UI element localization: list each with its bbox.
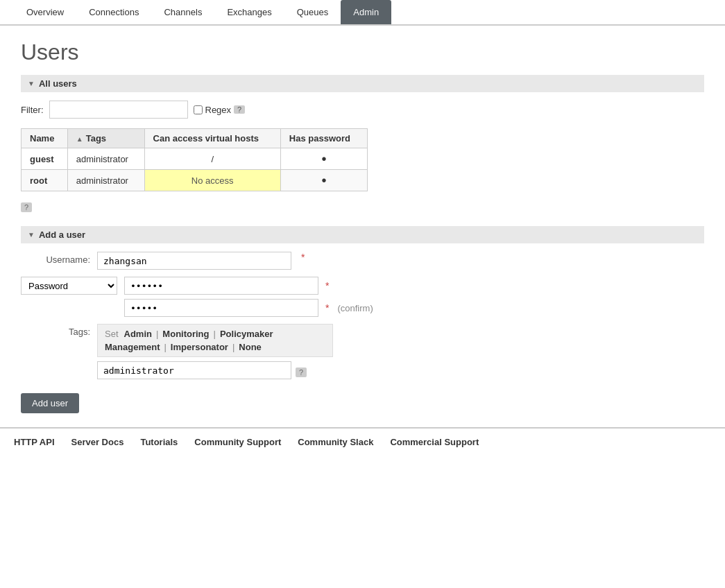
add-user-button[interactable]: Add user — [21, 393, 79, 413]
page-content: Users ▼ All users Filter: Regex ? Name ▲… — [0, 26, 725, 427]
nav-bar: Overview Connections Channels Exchanges … — [0, 0, 725, 26]
password-required-icon: * — [325, 280, 329, 291]
footer-commercial-support[interactable]: Commercial Support — [390, 437, 479, 447]
collapse-arrow-add-icon: ▼ — [28, 231, 35, 239]
username-field-wrapper — [97, 252, 291, 270]
tag-sep-4: | — [232, 342, 234, 352]
user-password-root: • — [280, 170, 367, 191]
tab-overview[interactable]: Overview — [14, 0, 76, 24]
user-vhosts-root[interactable]: No access — [144, 170, 280, 191]
tags-label: Tags: — [21, 324, 90, 337]
tags-row: Tags: Set Admin | Monitoring | Policymak… — [21, 324, 704, 379]
filter-row: Filter: Regex ? — [21, 101, 704, 119]
footer: HTTP API Server Docs Tutorials Community… — [0, 427, 725, 456]
tag-monitoring[interactable]: Monitoring — [162, 329, 209, 339]
col-has-password: Has password — [280, 129, 367, 148]
table-row: root administrator No access • — [22, 170, 368, 191]
confirm-label: (confirm) — [337, 303, 373, 313]
add-user-label: Add a user — [39, 230, 85, 240]
tab-queues[interactable]: Queues — [284, 0, 341, 24]
regex-label: Regex — [205, 105, 232, 115]
tags-help-badge[interactable]: ? — [296, 368, 307, 377]
users-table: Name ▲Tags Can access virtual hosts Has … — [21, 128, 368, 191]
password-confirm-input[interactable] — [124, 299, 318, 317]
col-virtual-hosts: Can access virtual hosts — [144, 129, 280, 148]
filter-label: Filter: — [21, 105, 44, 115]
regex-row: Regex ? — [194, 105, 246, 115]
filter-input[interactable] — [49, 101, 188, 119]
user-tags-root: administrator — [67, 170, 144, 191]
tab-exchanges[interactable]: Exchanges — [214, 0, 284, 24]
tags-input-row: ? — [97, 361, 333, 379]
tab-admin[interactable]: Admin — [341, 0, 391, 24]
tag-none[interactable]: None — [239, 342, 262, 352]
regex-checkbox[interactable] — [194, 105, 203, 114]
all-users-body: Filter: Regex ? Name ▲Tags Can access vi… — [21, 101, 704, 212]
tag-policymaker[interactable]: Policymaker — [220, 329, 273, 339]
tags-right: Set Admin | Monitoring | Policymaker Man… — [97, 324, 333, 379]
tag-impersonator[interactable]: Impersonator — [171, 342, 228, 352]
footer-community-support[interactable]: Community Support — [194, 437, 281, 447]
user-name-guest[interactable]: guest — [22, 148, 68, 170]
password-confirm-required-icon: * — [325, 302, 329, 313]
user-name-root[interactable]: root — [22, 170, 68, 191]
tag-sep-1: | — [156, 329, 158, 339]
collapse-arrow-icon: ▼ — [28, 80, 35, 87]
table-row: guest administrator / • — [22, 148, 368, 170]
col-name: Name — [22, 129, 68, 148]
tag-sep-3: | — [164, 342, 166, 352]
add-user-section-header[interactable]: ▼ Add a user — [21, 226, 704, 243]
page-title: Users — [21, 40, 704, 65]
tags-set-label: Set — [105, 329, 119, 339]
tag-sep-2: | — [214, 329, 216, 339]
footer-http-api[interactable]: HTTP API — [14, 437, 55, 447]
tag-admin[interactable]: Admin — [124, 329, 152, 339]
add-user-form: Username: * Password Hashed password — [21, 252, 704, 413]
sort-arrow-icon: ▲ — [76, 135, 83, 143]
username-row: Username: * — [21, 252, 704, 270]
tag-management[interactable]: Management — [105, 342, 160, 352]
password-row: Password Hashed password * * (confirm) — [21, 277, 704, 317]
tab-channels[interactable]: Channels — [151, 0, 214, 24]
tags-set-row: Set Admin | Monitoring | Policymaker Man… — [97, 324, 333, 357]
password-select-row: Password Hashed password — [21, 277, 117, 295]
user-tags-guest: administrator — [67, 148, 144, 170]
tab-connections[interactable]: Connections — [76, 0, 151, 24]
user-vhosts-guest[interactable]: / — [144, 148, 280, 170]
add-user-section: ▼ Add a user Username: * Password Hashed… — [21, 226, 704, 413]
username-label: Username: — [21, 252, 90, 265]
tags-input[interactable] — [97, 361, 291, 379]
username-input[interactable] — [97, 252, 291, 270]
footer-tutorials[interactable]: Tutorials — [140, 437, 178, 447]
table-help-badge[interactable]: ? — [21, 202, 32, 212]
password-fields-wrapper: * * (confirm) — [124, 277, 373, 317]
password-bullet-icon-2: • — [321, 173, 326, 188]
password-bullet-icon: • — [321, 151, 326, 166]
password-input[interactable] — [124, 277, 318, 295]
all-users-label: All users — [39, 78, 77, 89]
password-type-select[interactable]: Password Hashed password — [21, 277, 117, 295]
user-password-guest: • — [280, 148, 367, 170]
username-required-icon: * — [301, 252, 305, 263]
footer-community-slack[interactable]: Community Slack — [298, 437, 373, 447]
col-tags[interactable]: ▲Tags — [67, 129, 144, 148]
all-users-section-header[interactable]: ▼ All users — [21, 75, 704, 92]
filter-help-icon[interactable]: ? — [234, 105, 245, 114]
footer-server-docs[interactable]: Server Docs — [71, 437, 124, 447]
